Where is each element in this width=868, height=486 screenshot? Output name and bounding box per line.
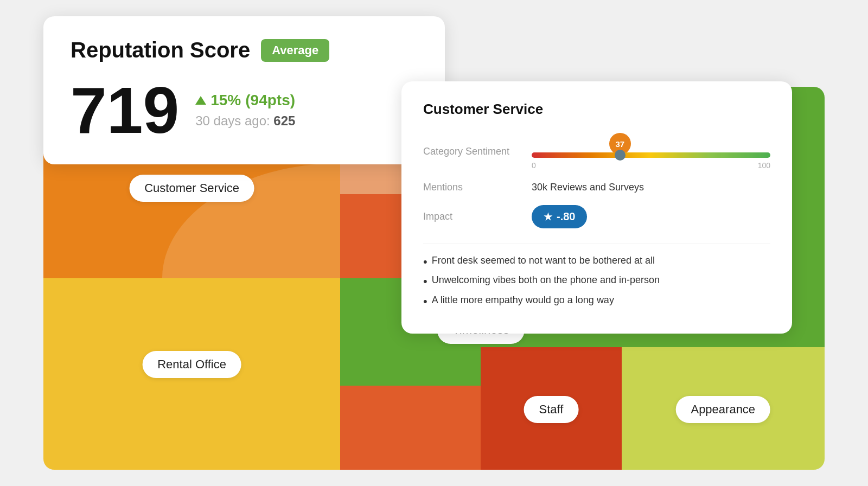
change-pts: (94pts) [245, 92, 295, 109]
detail-card: Customer Service Category Sentiment 37 0… [401, 81, 792, 334]
impact-label: Impact [423, 211, 532, 222]
rental-office-label: Rental Office [142, 351, 241, 378]
sentiment-track [532, 152, 770, 158]
mentions-value: 30k Reviews and Surveys [532, 182, 770, 193]
bullet-text-2: Unwelcoming vibes both on the phone and … [432, 274, 660, 286]
reputation-title: Reputation Score [71, 38, 250, 62]
bullet-text-1: Front desk seemed to not want to be both… [432, 255, 655, 266]
bullet-3: • A little more empathy would go a long … [423, 295, 770, 309]
star-icon: ★ [544, 211, 552, 223]
average-badge: Average [261, 39, 329, 62]
bullet-dot-3: • [423, 295, 427, 309]
sentiment-thumb [615, 150, 626, 161]
reputation-card: Reputation Score Average 719 15% (94pts)… [43, 16, 445, 164]
bullet-1: • Front desk seemed to not want to be bo… [423, 255, 770, 269]
detail-bullets: • Front desk seemed to not want to be bo… [423, 244, 770, 309]
days-ago-label: 30 days ago: [195, 113, 270, 128]
sentiment-row: Category Sentiment 37 0 100 [423, 133, 770, 170]
staff-label: Staff [524, 396, 579, 423]
appearance-label: Appearance [675, 396, 770, 423]
change-percent: 15% [210, 92, 241, 109]
sentiment-max: 100 [758, 161, 770, 170]
mentions-row: Mentions 30k Reviews and Surveys [423, 182, 770, 193]
mentions-label: Mentions [423, 182, 532, 193]
bullet-text-3: A little more empathy would go a long wa… [432, 295, 614, 306]
days-ago-score: 625 [273, 113, 295, 128]
impact-value: -.80 [557, 210, 575, 223]
sentiment-min: 0 [532, 161, 536, 170]
impact-row: Impact ★ -.80 [423, 205, 770, 228]
impact-badge: ★ -.80 [532, 205, 587, 228]
detail-title: Customer Service [423, 101, 770, 118]
bullet-dot-1: • [423, 255, 427, 269]
arrow-up-icon [195, 96, 206, 105]
sentiment-label: Category Sentiment [423, 146, 532, 157]
score-number: 719 [71, 78, 179, 143]
bullet-2: • Unwelcoming vibes both on the phone an… [423, 274, 770, 289]
sentiment-labels: 0 100 [532, 161, 770, 170]
sentiment-slider[interactable]: 37 0 100 [532, 133, 770, 170]
bullet-dot-2: • [423, 274, 427, 289]
customer-service-label: Customer Service [129, 175, 254, 202]
